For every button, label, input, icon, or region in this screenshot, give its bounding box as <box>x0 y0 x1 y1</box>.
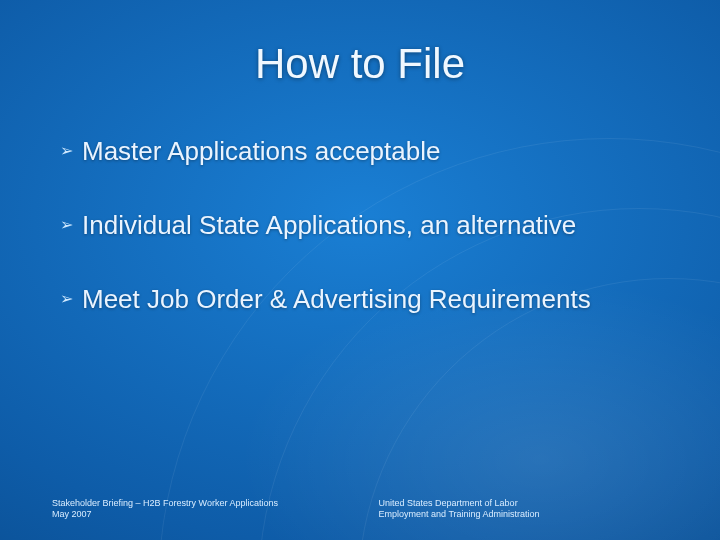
bullet-item: ➢ Master Applications acceptable <box>60 135 680 167</box>
bullet-marker-icon: ➢ <box>60 209 82 241</box>
footer-right-line1: United States Department of Labor <box>379 498 680 509</box>
bullet-text: Meet Job Order & Advertising Requirement… <box>82 283 591 315</box>
bullet-list: ➢ Master Applications acceptable ➢ Indiv… <box>60 135 680 357</box>
slide-footer: Stakeholder Briefing – H2B Forestry Work… <box>52 498 680 521</box>
bullet-item: ➢ Individual State Applications, an alte… <box>60 209 680 241</box>
footer-right: United States Department of Labor Employ… <box>379 498 680 521</box>
footer-right-line2: Employment and Training Administration <box>379 509 680 520</box>
bullet-marker-icon: ➢ <box>60 135 82 167</box>
bullet-marker-icon: ➢ <box>60 283 82 315</box>
slide-title: How to File <box>0 40 720 88</box>
footer-left-line1: Stakeholder Briefing – H2B Forestry Work… <box>52 498 379 509</box>
bullet-text: Individual State Applications, an altern… <box>82 209 576 241</box>
slide: How to File ➢ Master Applications accept… <box>0 0 720 540</box>
bullet-item: ➢ Meet Job Order & Advertising Requireme… <box>60 283 680 315</box>
bullet-text: Master Applications acceptable <box>82 135 440 167</box>
footer-left: Stakeholder Briefing – H2B Forestry Work… <box>52 498 379 521</box>
footer-left-line2: May 2007 <box>52 509 379 520</box>
